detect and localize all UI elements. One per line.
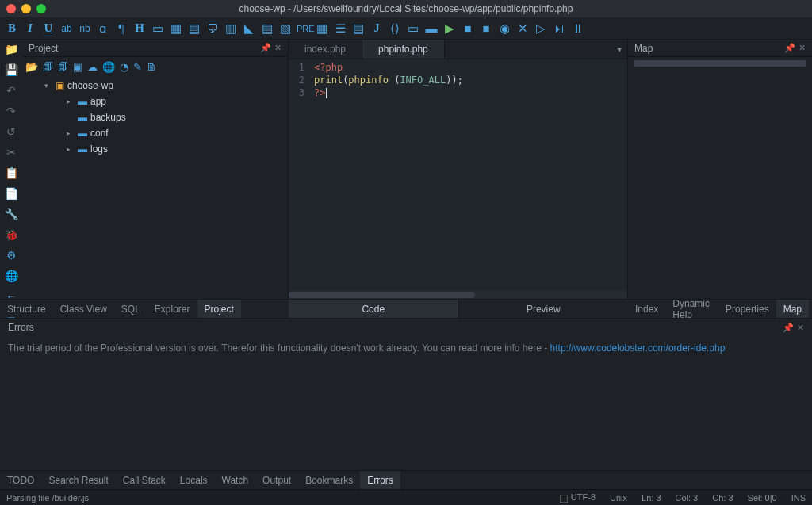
status-line-ending[interactable]: Unix (610, 493, 627, 503)
tab-index[interactable]: Index (628, 300, 665, 319)
heading-button[interactable]: H (132, 21, 147, 35)
tool-28[interactable]: ✕ (515, 21, 530, 36)
status-ins[interactable]: INS (791, 493, 806, 503)
tree-root[interactable]: ▾ ▣ choose-wp (22, 78, 288, 94)
pin-icon[interactable]: 📌 (260, 43, 271, 53)
proj-tool-8[interactable]: 🗎 (147, 61, 157, 73)
underline-button[interactable]: U (41, 21, 56, 35)
chevron-right-icon[interactable]: ▸ (67, 98, 75, 105)
proj-tool-6[interactable]: ◔ (120, 61, 128, 73)
bug-icon[interactable]: 🐞 (5, 228, 18, 241)
tab-explorer[interactable]: Explorer (147, 300, 197, 319)
redo-icon[interactable]: ↷ (6, 105, 16, 117)
folder-icon[interactable]: 📁 (5, 43, 18, 55)
proj-tool-7[interactable]: ✎ (133, 61, 142, 73)
tool-10[interactable]: ▤ (187, 21, 201, 36)
alpha-button[interactable]: ɑ (96, 21, 110, 36)
tab-phpinfo-php[interactable]: phpinfo.php (362, 40, 445, 59)
tool-29[interactable]: ▷ (534, 21, 548, 36)
project-tree[interactable]: ▾ ▣ choose-wp ▸ ▬ app ▬ backups ▸ ▬ conf… (22, 76, 288, 299)
horizontal-scrollbar[interactable] (289, 291, 627, 299)
pre-button[interactable]: PRE (297, 24, 311, 33)
tool-9[interactable]: ▦ (169, 21, 183, 36)
tool-26[interactable]: ■ (479, 21, 493, 35)
tab-structure[interactable]: Structure (0, 300, 53, 319)
tab-map[interactable]: Map (776, 300, 809, 319)
close-icon[interactable] (6, 4, 16, 13)
tab-watch[interactable]: Watch (215, 471, 256, 489)
view-code-tab[interactable]: Code (289, 300, 459, 319)
tool-30[interactable]: ⏯ (552, 21, 566, 35)
tool-12[interactable]: ▥ (224, 21, 238, 36)
tree-folder-app[interactable]: ▸ ▬ app (22, 94, 288, 109)
tab-output[interactable]: Output (255, 471, 298, 489)
proj-tool-0[interactable]: 📂 (25, 61, 38, 73)
comment-button[interactable]: 🗩 (205, 21, 220, 35)
errors-link[interactable]: http://www.codelobster.com/order-ide.php (550, 342, 726, 354)
tool-13[interactable]: ◣ (242, 21, 256, 36)
code-editor[interactable]: 1 2 3 <?php print(phpinfo (INFO_ALL)); ?… (289, 59, 627, 299)
chevron-right-icon[interactable]: ▸ (67, 145, 75, 153)
tab-index-php[interactable]: index.php (289, 40, 362, 59)
tab-locals[interactable]: Locals (173, 471, 215, 489)
tab-properties[interactable]: Properties (718, 300, 776, 319)
run-button[interactable]: ▶ (442, 21, 457, 36)
tab-call-stack[interactable]: Call Stack (116, 471, 173, 489)
proj-tool-5[interactable]: 🌐 (102, 61, 115, 73)
paste-icon[interactable]: 📋 (5, 166, 18, 179)
close-panel-icon[interactable]: ✕ (274, 43, 282, 53)
cut-icon[interactable]: ✂ (6, 146, 16, 159)
tab-search-result[interactable]: Search Result (41, 471, 115, 489)
pin-icon[interactable]: 📌 (784, 43, 795, 53)
wrench-icon[interactable]: 🔧 (5, 208, 18, 220)
tree-folder-backups[interactable]: ▬ backups (22, 109, 288, 125)
view-preview-tab[interactable]: Preview (459, 300, 629, 319)
tool-25[interactable]: ■ (461, 21, 475, 35)
pin-icon[interactable]: 📌 (783, 323, 794, 333)
tool-23[interactable]: ▬ (424, 21, 439, 35)
proj-tool-1[interactable]: 🗐 (43, 61, 53, 73)
close-panel-icon[interactable]: ✕ (799, 43, 806, 53)
gear-icon[interactable]: ⚙ (6, 249, 17, 262)
tree-folder-conf[interactable]: ▸ ▬ conf (22, 125, 288, 141)
status-encoding[interactable]: UTF-8 (560, 492, 596, 502)
brackets-button[interactable]: ⟨⟩ (388, 21, 402, 36)
italic-button[interactable]: I (23, 21, 37, 35)
tab-todo[interactable]: TODO (0, 471, 41, 489)
page-icon[interactable]: 📄 (5, 187, 18, 200)
proj-tool-3[interactable]: ▣ (73, 61, 82, 73)
save-icon[interactable]: 💾 (5, 63, 18, 76)
tree-folder-logs[interactable]: ▸ ▬ logs (22, 141, 288, 157)
tab-project[interactable]: Project (197, 300, 241, 319)
breakpoint-button[interactable]: ◉ (497, 21, 511, 36)
nb-button[interactable]: nb (78, 23, 92, 34)
globe-icon[interactable]: 🌐 (5, 270, 18, 282)
minimap[interactable] (628, 57, 812, 299)
tool-22[interactable]: ▭ (406, 21, 420, 36)
tab-bookmarks[interactable]: Bookmarks (298, 471, 360, 489)
tool-19[interactable]: ▤ (351, 21, 366, 36)
close-panel-icon[interactable]: ✕ (797, 323, 804, 333)
ab-button[interactable]: ab (59, 23, 74, 34)
tabs-overflow-icon[interactable]: ▾ (611, 40, 627, 59)
code-body[interactable]: <?php print(phpinfo (INFO_ALL)); ?> (309, 59, 627, 299)
paragraph-button[interactable]: ¶ (114, 21, 128, 35)
proj-tool-4[interactable]: ☁ (87, 61, 98, 73)
chevron-down-icon[interactable]: ▾ (44, 82, 52, 90)
tool-18[interactable]: ☰ (333, 21, 347, 36)
bold-button[interactable]: B (5, 21, 19, 35)
tool-14[interactable]: ▤ (260, 21, 274, 36)
tab-dynamic-help[interactable]: Dynamic Help (665, 300, 718, 319)
undo-icon[interactable]: ↶ (6, 84, 16, 97)
minimize-icon[interactable] (21, 4, 31, 13)
chevron-right-icon[interactable]: ▸ (67, 129, 75, 137)
maximize-icon[interactable] (36, 4, 46, 13)
pause-button[interactable]: ⏸ (570, 21, 584, 35)
tab-errors[interactable]: Errors (360, 471, 400, 489)
j-button[interactable]: J (370, 21, 384, 35)
tab-class-view[interactable]: Class View (53, 300, 114, 319)
tool-17[interactable]: ▦ (315, 21, 329, 36)
tool-15[interactable]: ▧ (278, 21, 293, 36)
tool-8[interactable]: ▭ (151, 21, 165, 36)
proj-tool-2[interactable]: 🗐 (58, 61, 68, 73)
